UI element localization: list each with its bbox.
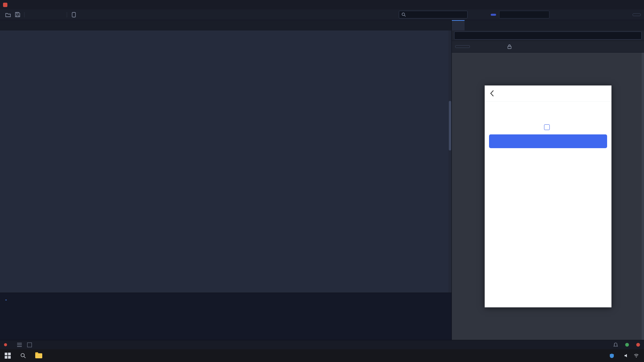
speaker-icon[interactable] (624, 354, 629, 358)
navigate-back-icon[interactable] (26, 11, 36, 19)
windows-taskbar (0, 349, 644, 362)
console-header (0, 293, 451, 304)
folder-icon (35, 353, 42, 358)
device-selector[interactable] (455, 45, 470, 48)
update-status-icon[interactable] (625, 343, 629, 347)
run-icon[interactable] (56, 11, 65, 19)
close-button[interactable] (629, 0, 644, 9)
search-panel-button[interactable] (633, 13, 641, 16)
bell-icon[interactable] (613, 343, 618, 347)
search-input[interactable] (399, 11, 468, 18)
search-icon (401, 12, 406, 17)
console-panel (0, 293, 451, 340)
bookmark-star-icon[interactable] (46, 11, 55, 19)
system-tray (594, 349, 644, 362)
phone-preview (485, 85, 611, 307)
save-icon[interactable] (13, 11, 22, 19)
replace-button[interactable] (611, 14, 613, 15)
network-icon[interactable] (634, 354, 639, 358)
open-folder-icon[interactable] (3, 11, 12, 19)
lock-icon (507, 44, 512, 49)
find-previous-button[interactable] (479, 14, 482, 15)
browser-panel (452, 20, 644, 340)
login-status-icon (4, 343, 7, 346)
editor-scrollbar[interactable] (448, 31, 451, 293)
toolbar-separator (24, 12, 24, 17)
windows-logo-icon (5, 353, 11, 359)
status-bar (0, 340, 644, 349)
code-editor[interactable] (0, 31, 451, 293)
close-panel-icon[interactable] (27, 343, 32, 347)
phone-nav-bar (485, 85, 611, 102)
device-preview-icon[interactable] (69, 11, 78, 19)
replace-all-button[interactable] (616, 14, 619, 15)
app-logo-icon (3, 3, 7, 7)
menu-bar (0, 0, 644, 9)
browser-tab-bar (452, 20, 644, 31)
console-tab[interactable] (5, 296, 7, 300)
device-toolbar (452, 41, 644, 53)
window-controls (599, 0, 644, 9)
navigate-forward-icon[interactable] (36, 11, 45, 19)
back-chevron-icon[interactable] (490, 90, 494, 97)
browser-tab[interactable] (452, 20, 465, 31)
hbuilderx-window (0, 0, 644, 362)
toolbar (0, 9, 644, 20)
taskbar-search-button[interactable] (15, 349, 31, 362)
replace-input[interactable] (499, 11, 549, 18)
editor-scrollbar-thumb[interactable] (449, 101, 451, 150)
url-input[interactable] (454, 32, 642, 40)
editor-column (0, 20, 452, 340)
find-bar (399, 11, 641, 18)
main-area (0, 20, 644, 340)
toolbar-separator (67, 12, 67, 17)
shield-icon[interactable] (609, 353, 614, 358)
notification-icon[interactable] (636, 343, 640, 347)
agree-checkbox[interactable] (544, 124, 550, 130)
replace-zone-toggle[interactable] (491, 14, 496, 16)
preview-area (452, 53, 644, 340)
select-all-button[interactable] (474, 14, 476, 15)
start-exam-button[interactable] (489, 134, 607, 148)
find-next-button[interactable] (485, 14, 488, 15)
editor-tab-bar (0, 20, 451, 31)
minimize-button[interactable] (599, 0, 614, 9)
maximize-button[interactable] (614, 0, 629, 9)
preview-scrollbar[interactable] (642, 53, 644, 340)
console-output (0, 304, 451, 340)
url-row (452, 31, 644, 41)
agree-row (485, 124, 611, 130)
status-right (591, 343, 640, 347)
start-button[interactable] (0, 349, 15, 362)
file-explorer-button[interactable] (31, 349, 46, 362)
outline-icon[interactable] (17, 343, 22, 347)
close-find-icon[interactable] (622, 14, 625, 15)
